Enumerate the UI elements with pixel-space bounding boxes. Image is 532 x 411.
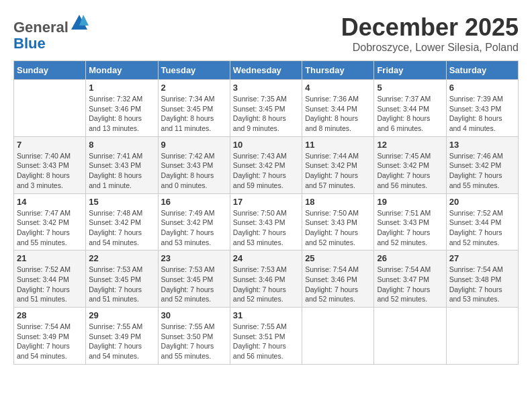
calendar-cell: 15Sunrise: 7:48 AM Sunset: 3:42 PM Dayli…	[86, 193, 158, 250]
calendar-cell: 31Sunrise: 7:55 AM Sunset: 3:51 PM Dayli…	[230, 308, 302, 365]
calendar-cell: 30Sunrise: 7:55 AM Sunset: 3:50 PM Dayli…	[158, 308, 230, 365]
day-number: 17	[233, 197, 299, 207]
day-number: 2	[161, 83, 227, 93]
calendar-cell: 22Sunrise: 7:53 AM Sunset: 3:45 PM Dayli…	[86, 250, 158, 308]
day-number: 10	[233, 140, 299, 150]
day-info: Sunrise: 7:41 AM Sunset: 3:43 PM Dayligh…	[89, 151, 154, 191]
day-number: 31	[233, 310, 299, 320]
day-info: Sunrise: 7:40 AM Sunset: 3:43 PM Dayligh…	[17, 151, 83, 191]
day-number: 20	[449, 197, 515, 207]
weekday-header: Thursday	[302, 61, 374, 80]
calendar-cell: 28Sunrise: 7:54 AM Sunset: 3:49 PM Dayli…	[14, 308, 86, 365]
day-number: 1	[89, 83, 154, 93]
calendar-cell: 10Sunrise: 7:43 AM Sunset: 3:42 PM Dayli…	[230, 136, 302, 193]
day-info: Sunrise: 7:52 AM Sunset: 3:44 PM Dayligh…	[449, 208, 515, 248]
day-info: Sunrise: 7:54 AM Sunset: 3:46 PM Dayligh…	[305, 265, 371, 304]
calendar-cell	[374, 308, 446, 365]
day-info: Sunrise: 7:39 AM Sunset: 3:43 PM Dayligh…	[449, 94, 515, 134]
calendar-header-row: SundayMondayTuesdayWednesdayThursdayFrid…	[14, 61, 519, 80]
day-info: Sunrise: 7:55 AM Sunset: 3:51 PM Dayligh…	[233, 322, 299, 361]
title-block: December 2025 Dobroszyce, Lower Silesia,…	[341, 13, 519, 54]
calendar-cell: 24Sunrise: 7:53 AM Sunset: 3:46 PM Dayli…	[230, 250, 302, 308]
calendar-cell: 2Sunrise: 7:34 AM Sunset: 3:45 PM Daylig…	[158, 80, 230, 137]
calendar-cell	[302, 308, 374, 365]
calendar-cell: 21Sunrise: 7:52 AM Sunset: 3:44 PM Dayli…	[14, 250, 86, 308]
day-number: 3	[233, 83, 299, 93]
day-info: Sunrise: 7:53 AM Sunset: 3:45 PM Dayligh…	[89, 265, 154, 304]
weekday-header: Monday	[86, 61, 158, 80]
day-number: 29	[89, 310, 154, 320]
day-info: Sunrise: 7:37 AM Sunset: 3:44 PM Dayligh…	[377, 94, 443, 134]
day-number: 4	[305, 83, 371, 93]
day-number: 18	[305, 197, 371, 207]
logo-blue: Blue	[13, 35, 46, 52]
calendar-cell: 12Sunrise: 7:45 AM Sunset: 3:42 PM Dayli…	[374, 136, 446, 193]
day-info: Sunrise: 7:53 AM Sunset: 3:46 PM Dayligh…	[233, 265, 299, 304]
calendar-cell: 14Sunrise: 7:47 AM Sunset: 3:42 PM Dayli…	[14, 193, 86, 250]
calendar-cell: 7Sunrise: 7:40 AM Sunset: 3:43 PM Daylig…	[14, 136, 86, 193]
day-info: Sunrise: 7:54 AM Sunset: 3:47 PM Dayligh…	[377, 265, 443, 304]
day-info: Sunrise: 7:52 AM Sunset: 3:44 PM Dayligh…	[17, 265, 83, 304]
calendar-cell	[14, 80, 86, 137]
day-number: 24	[233, 253, 299, 263]
weekday-header: Saturday	[446, 61, 518, 80]
weekday-header: Friday	[374, 61, 446, 80]
day-info: Sunrise: 7:32 AM Sunset: 3:46 PM Dayligh…	[89, 94, 154, 134]
calendar-cell: 19Sunrise: 7:51 AM Sunset: 3:43 PM Dayli…	[374, 193, 446, 250]
logo-general: General	[13, 19, 69, 36]
logo: General Blue	[13, 13, 89, 52]
calendar-cell: 13Sunrise: 7:46 AM Sunset: 3:42 PM Dayli…	[446, 136, 518, 193]
day-number: 8	[89, 140, 154, 150]
day-number: 13	[449, 140, 515, 150]
weekday-header: Sunday	[14, 61, 86, 80]
day-info: Sunrise: 7:48 AM Sunset: 3:42 PM Dayligh…	[89, 208, 154, 248]
day-number: 7	[17, 140, 83, 150]
calendar-cell: 8Sunrise: 7:41 AM Sunset: 3:43 PM Daylig…	[86, 136, 158, 193]
day-number: 28	[17, 310, 83, 320]
day-number: 15	[89, 197, 154, 207]
calendar-cell: 6Sunrise: 7:39 AM Sunset: 3:43 PM Daylig…	[446, 80, 518, 137]
day-number: 30	[161, 310, 227, 320]
calendar-week-row: 21Sunrise: 7:52 AM Sunset: 3:44 PM Dayli…	[14, 250, 519, 308]
day-info: Sunrise: 7:45 AM Sunset: 3:42 PM Dayligh…	[377, 151, 443, 191]
calendar-cell: 27Sunrise: 7:54 AM Sunset: 3:48 PM Dayli…	[446, 250, 518, 308]
day-info: Sunrise: 7:54 AM Sunset: 3:49 PM Dayligh…	[17, 322, 83, 361]
calendar-cell: 3Sunrise: 7:35 AM Sunset: 3:45 PM Daylig…	[230, 80, 302, 137]
day-number: 21	[17, 253, 83, 263]
day-info: Sunrise: 7:42 AM Sunset: 3:43 PM Dayligh…	[161, 151, 227, 191]
day-number: 25	[305, 253, 371, 263]
calendar-cell: 9Sunrise: 7:42 AM Sunset: 3:43 PM Daylig…	[158, 136, 230, 193]
calendar-cell: 29Sunrise: 7:55 AM Sunset: 3:49 PM Dayli…	[86, 308, 158, 365]
day-number: 9	[161, 140, 227, 150]
day-info: Sunrise: 7:35 AM Sunset: 3:45 PM Dayligh…	[233, 94, 299, 134]
day-number: 16	[161, 197, 227, 207]
day-info: Sunrise: 7:34 AM Sunset: 3:45 PM Dayligh…	[161, 94, 227, 134]
day-number: 11	[305, 140, 371, 150]
logo-icon	[70, 13, 89, 32]
day-number: 5	[377, 83, 443, 93]
day-info: Sunrise: 7:55 AM Sunset: 3:50 PM Dayligh…	[161, 322, 227, 361]
weekday-header: Tuesday	[158, 61, 230, 80]
day-info: Sunrise: 7:47 AM Sunset: 3:42 PM Dayligh…	[17, 208, 83, 248]
calendar-week-row: 14Sunrise: 7:47 AM Sunset: 3:42 PM Dayli…	[14, 193, 519, 250]
calendar-cell	[446, 308, 518, 365]
day-number: 26	[377, 253, 443, 263]
day-info: Sunrise: 7:50 AM Sunset: 3:43 PM Dayligh…	[233, 208, 299, 248]
day-info: Sunrise: 7:36 AM Sunset: 3:44 PM Dayligh…	[305, 94, 371, 134]
day-number: 6	[449, 83, 515, 93]
calendar-week-row: 1Sunrise: 7:32 AM Sunset: 3:46 PM Daylig…	[14, 80, 519, 137]
calendar-cell: 26Sunrise: 7:54 AM Sunset: 3:47 PM Dayli…	[374, 250, 446, 308]
location-subtitle: Dobroszyce, Lower Silesia, Poland	[341, 42, 519, 54]
day-info: Sunrise: 7:54 AM Sunset: 3:48 PM Dayligh…	[449, 265, 515, 304]
calendar-cell: 17Sunrise: 7:50 AM Sunset: 3:43 PM Dayli…	[230, 193, 302, 250]
day-number: 23	[161, 253, 227, 263]
calendar-cell: 23Sunrise: 7:53 AM Sunset: 3:45 PM Dayli…	[158, 250, 230, 308]
calendar-cell: 11Sunrise: 7:44 AM Sunset: 3:42 PM Dayli…	[302, 136, 374, 193]
calendar-cell: 18Sunrise: 7:50 AM Sunset: 3:43 PM Dayli…	[302, 193, 374, 250]
page-header: General Blue December 2025 Dobroszyce, L…	[13, 13, 519, 54]
weekday-header: Wednesday	[230, 61, 302, 80]
calendar-cell: 4Sunrise: 7:36 AM Sunset: 3:44 PM Daylig…	[302, 80, 374, 137]
calendar-week-row: 7Sunrise: 7:40 AM Sunset: 3:43 PM Daylig…	[14, 136, 519, 193]
day-number: 19	[377, 197, 443, 207]
month-title: December 2025	[341, 13, 519, 42]
